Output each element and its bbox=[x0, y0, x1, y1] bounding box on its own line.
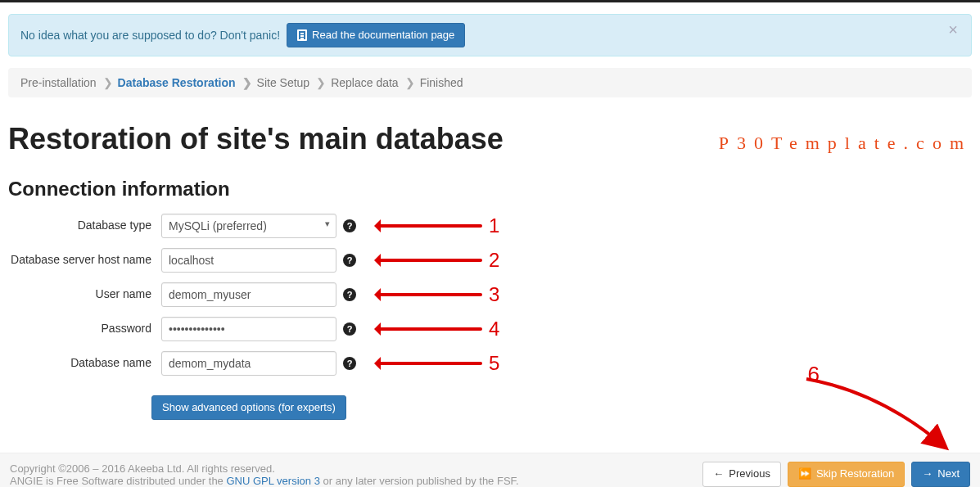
breadcrumb-step[interactable]: Site Setup ❯ bbox=[257, 76, 327, 89]
help-icon[interactable]: ? bbox=[343, 288, 356, 301]
annotation-3: 3 bbox=[368, 283, 499, 306]
show-advanced-button[interactable]: Show advanced options (for experts) bbox=[151, 395, 346, 420]
help-icon[interactable]: ? bbox=[343, 357, 356, 370]
password-label: Password bbox=[8, 317, 151, 335]
alert-close-button[interactable]: × bbox=[943, 20, 963, 40]
page-title: Restoration of site's main database bbox=[8, 122, 504, 156]
arrow-right-small-icon bbox=[922, 467, 933, 481]
info-alert: No idea what you are supposed to do? Don… bbox=[8, 14, 972, 56]
field-password: Password ? 4 bbox=[8, 317, 972, 341]
annotation-4: 4 bbox=[368, 318, 499, 340]
breadcrumb-step[interactable]: Finished bbox=[420, 76, 463, 89]
breadcrumb-step[interactable]: Pre-installation ❯ bbox=[20, 76, 113, 89]
db-type-label: Database type bbox=[8, 214, 151, 232]
field-dbname: Database name ? 5 bbox=[8, 351, 972, 376]
license-link[interactable]: GNU GPL version 3 bbox=[226, 475, 319, 487]
skip-restoration-button[interactable]: Skip Restoration bbox=[788, 462, 905, 486]
arrow-left-icon bbox=[368, 323, 482, 335]
chevron-right-icon: ❯ bbox=[405, 76, 415, 89]
field-host: Database server host name ? 2 bbox=[8, 248, 972, 273]
watermark-text: P30Template.com bbox=[719, 133, 972, 154]
document-icon bbox=[297, 29, 307, 41]
footer: Copyright ©2006 – 2016 Akeeba Ltd. All r… bbox=[0, 453, 980, 487]
footer-buttons: Previous Skip Restoration Next bbox=[702, 462, 970, 486]
help-icon[interactable]: ? bbox=[343, 322, 356, 336]
arrow-left-icon bbox=[368, 289, 482, 300]
chevron-right-icon: ❯ bbox=[103, 76, 113, 89]
db-type-select[interactable]: MySQLi (preferred) bbox=[161, 214, 336, 238]
breadcrumb-step[interactable]: Replace data ❯ bbox=[331, 76, 415, 89]
field-db-type: Database type MySQLi (preferred) ? 1 bbox=[8, 214, 972, 238]
user-label: User name bbox=[8, 282, 151, 300]
host-label: Database server host name bbox=[8, 248, 151, 266]
top-border bbox=[0, 0, 980, 2]
dbname-label: Database name bbox=[8, 351, 151, 369]
chevron-right-icon: ❯ bbox=[316, 76, 326, 89]
chevron-right-icon: ❯ bbox=[242, 76, 252, 89]
dbname-input[interactable] bbox=[161, 351, 336, 376]
user-input[interactable] bbox=[161, 282, 336, 307]
annotation-5: 5 bbox=[368, 352, 499, 375]
breadcrumb: Pre-installation ❯ Database Restoration … bbox=[8, 68, 972, 97]
section-title: Connection information bbox=[8, 178, 972, 201]
read-docs-label: Read the documentation page bbox=[312, 28, 454, 43]
field-user: User name ? 3 bbox=[8, 282, 972, 307]
host-input[interactable] bbox=[161, 248, 336, 273]
help-icon[interactable]: ? bbox=[343, 219, 356, 232]
arrow-left-small-icon bbox=[713, 467, 724, 481]
next-button[interactable]: Next bbox=[911, 462, 970, 486]
fast-forward-icon bbox=[798, 467, 811, 481]
arrow-left-icon bbox=[368, 255, 482, 266]
annotation-2: 2 bbox=[368, 249, 499, 272]
annotation-1: 1 bbox=[368, 214, 499, 237]
password-input[interactable] bbox=[161, 317, 336, 341]
license-line: ANGIE is Free Software distributed under… bbox=[10, 475, 519, 487]
read-docs-button[interactable]: Read the documentation page bbox=[287, 23, 465, 47]
alert-text: No idea what you are supposed to do? Don… bbox=[20, 29, 280, 42]
help-icon[interactable]: ? bbox=[343, 254, 356, 267]
footer-text: Copyright ©2006 – 2016 Akeeba Ltd. All r… bbox=[10, 462, 519, 487]
arrow-left-icon bbox=[368, 358, 482, 369]
previous-button[interactable]: Previous bbox=[702, 462, 781, 486]
arrow-left-icon bbox=[368, 220, 482, 232]
breadcrumb-step-active[interactable]: Database Restoration ❯ bbox=[118, 76, 252, 89]
copyright-line: Copyright ©2006 – 2016 Akeeba Ltd. All r… bbox=[10, 462, 519, 475]
